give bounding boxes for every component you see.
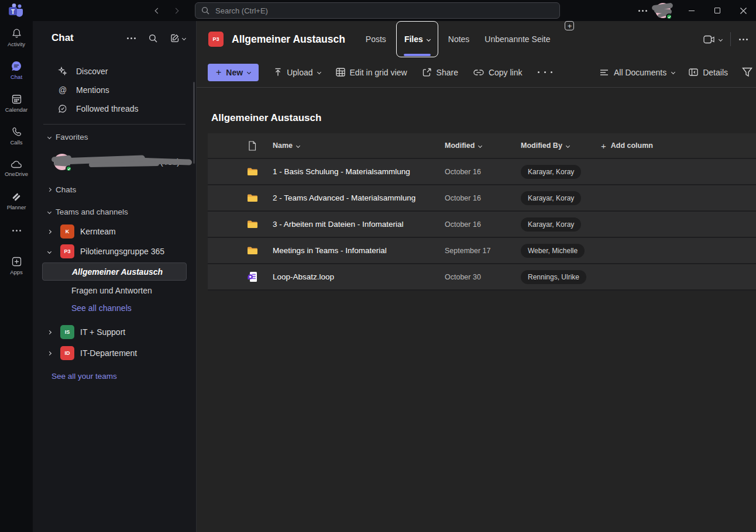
table-header-row: Name Modified Modified By + Add column: [208, 133, 756, 159]
column-modified[interactable]: Modified: [445, 141, 521, 150]
rail-item-calls[interactable]: Calls: [0, 119, 33, 152]
share-button[interactable]: Share: [422, 68, 458, 77]
table-row[interactable]: Meetings in Teams - Infomaterial Septemb…: [208, 238, 756, 264]
phone-icon: [11, 126, 22, 137]
header-more-icon[interactable]: [739, 39, 748, 40]
table-row[interactable]: 2 - Teams Advanced - Materialsammlung Oc…: [208, 185, 756, 212]
file-name[interactable]: Loop-Absatz.loop: [259, 272, 445, 281]
file-name[interactable]: Meetings in Teams - Infomaterial: [259, 246, 445, 255]
nav-forward-icon[interactable]: [173, 8, 179, 13]
funnel-icon: [742, 67, 752, 77]
presence-available-icon: [666, 13, 672, 20]
sidebar-item-label: Mentions: [76, 85, 109, 95]
nav-back-icon[interactable]: [155, 8, 161, 13]
team-name: Kernteam: [80, 227, 116, 236]
channel-allgemeiner-austausch[interactable]: Allgemeiner Austausch: [42, 262, 187, 281]
section-favorites[interactable]: Favorites: [33, 127, 196, 147]
divider: [730, 32, 731, 46]
chevron-right-icon: [47, 351, 51, 355]
minimize-button[interactable]: [679, 0, 705, 21]
channel-title: Allgemeiner Austausch: [232, 33, 345, 46]
copy-link-button[interactable]: Copy link: [473, 68, 523, 77]
chevron-down-icon: [427, 37, 431, 41]
favorite-chat-item-redacted[interactable]: , Dun (You): [33, 150, 196, 174]
modified-by-badge[interactable]: Weber, Michelle: [521, 244, 585, 258]
search-input[interactable]: [215, 6, 554, 15]
details-button[interactable]: Details: [689, 68, 728, 77]
file-modified: October 30: [445, 273, 521, 281]
rail-item-calendar[interactable]: Calendar: [0, 87, 33, 119]
new-chat-button[interactable]: [170, 33, 185, 43]
new-button[interactable]: + New: [208, 64, 259, 81]
search-box[interactable]: [195, 2, 560, 19]
modified-by-badge[interactable]: Rennings, Ulrike: [521, 270, 586, 284]
section-chats[interactable]: Chats: [33, 179, 196, 199]
at-icon: @: [57, 85, 68, 95]
edit-in-grid-view-button[interactable]: Edit in grid view: [336, 68, 407, 77]
sidebar-item-followed-threads[interactable]: Followed threads: [33, 99, 196, 118]
sidebar-item-mentions[interactable]: @ Mentions: [33, 81, 196, 99]
table-row[interactable]: 1 - Basis Schulung - Materialsammlung Oc…: [208, 159, 756, 185]
team-avatar: K: [60, 224, 74, 239]
see-all-channels-link[interactable]: See all channels: [33, 299, 196, 317]
tab-files[interactable]: Files: [396, 21, 438, 57]
sidebar-item-label: Followed threads: [76, 104, 139, 113]
user-avatar[interactable]: [655, 3, 671, 18]
file-modified: October 16: [445, 168, 521, 176]
titlebar-more-icon[interactable]: [638, 10, 647, 12]
section-teams-and-channels[interactable]: Teams and channels: [33, 202, 196, 222]
team-name: IT + Support: [80, 327, 125, 337]
toolbar-more-icon[interactable]: [538, 71, 552, 73]
link-icon: [473, 69, 484, 76]
rail-item-chat[interactable]: Chat: [0, 54, 33, 87]
file-name[interactable]: 2 - Teams Advanced - Materialsammlung: [259, 194, 445, 202]
maximize-icon: [714, 8, 720, 13]
team-kernteam[interactable]: K Kernteam: [33, 222, 196, 241]
file-name[interactable]: 1 - Basis Schulung - Materialsammlung: [259, 167, 445, 176]
view-selector[interactable]: All Documents: [600, 68, 675, 77]
folder-icon: [245, 220, 259, 229]
channel-fragen-und-antworten[interactable]: Fragen und Antworten: [33, 282, 196, 299]
tab-unbenannte-seite[interactable]: Unbenannte Seite: [477, 21, 558, 57]
table-row[interactable]: 3 - Arbeiten mit Dateien - Infomaterial …: [208, 212, 756, 238]
maximize-button[interactable]: [705, 0, 730, 21]
meet-button[interactable]: [703, 35, 722, 44]
tab-posts[interactable]: Posts: [358, 21, 394, 57]
team-it-departement[interactable]: ID IT-Departement: [33, 343, 196, 364]
rail-item-apps[interactable]: Apps: [0, 249, 33, 282]
plus-icon: +: [216, 67, 221, 78]
sidebar-item-discover[interactable]: Discover: [33, 62, 196, 81]
column-modified-by[interactable]: Modified By: [521, 141, 600, 150]
sidebar-search-icon[interactable]: [149, 34, 157, 43]
add-column-button[interactable]: + Add column: [600, 141, 756, 151]
folder-icon: [245, 167, 259, 176]
sidebar-title: Chat: [51, 32, 127, 44]
file-name[interactable]: 3 - Arbeiten mit Dateien - Infomaterial: [259, 220, 445, 229]
rail-more-icon[interactable]: [0, 217, 33, 243]
sidebar-more-icon[interactable]: [127, 37, 136, 39]
rail-item-onedrive[interactable]: OneDrive: [0, 152, 33, 185]
modified-by-badge[interactable]: Karayar, Koray: [521, 165, 581, 179]
chevron-down-icon: [719, 37, 723, 41]
upload-button[interactable]: Upload: [274, 68, 320, 77]
file-type-column-icon[interactable]: [245, 141, 259, 151]
svg-text:T: T: [11, 9, 15, 15]
team-avatar: P3: [60, 244, 74, 258]
close-button[interactable]: [730, 0, 756, 21]
modified-by-badge[interactable]: Karayar, Koray: [521, 191, 581, 205]
filter-button[interactable]: [742, 67, 752, 77]
add-tab-button[interactable]: +: [565, 21, 574, 30]
details-pane-icon: [689, 68, 698, 76]
column-name[interactable]: Name: [259, 141, 445, 150]
chevron-down-icon: [296, 143, 300, 147]
see-all-your-teams-link[interactable]: See all your teams: [33, 366, 196, 386]
chevron-right-icon: [47, 229, 51, 233]
tab-notes[interactable]: Notes: [441, 21, 477, 57]
modified-by-badge[interactable]: Karayar, Koray: [521, 217, 581, 232]
team-pilotierungsgruppe-365[interactable]: P3 Pilotierungsgruppe 365: [33, 241, 196, 261]
rail-item-activity[interactable]: Activity: [0, 21, 33, 54]
chat-icon: [11, 60, 22, 72]
table-row[interactable]: Loop-Absatz.loop October 30 Rennings, Ul…: [208, 264, 756, 291]
rail-item-planner[interactable]: Planner: [0, 185, 33, 217]
team-it-support[interactable]: IS IT + Support: [33, 322, 196, 343]
